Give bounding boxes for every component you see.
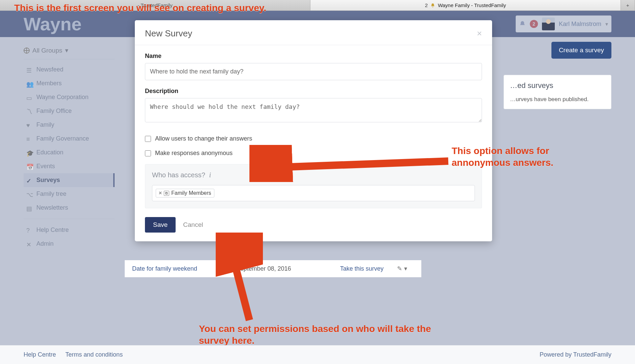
browser-tab[interactable]: - TrustedFamily: [0, 0, 310, 10]
modal-header: New Survey ×: [135, 20, 492, 45]
tag-label: Family Members: [171, 190, 211, 196]
allow-change-checkbox[interactable]: [145, 136, 151, 142]
group-icon: ⧉: [164, 191, 169, 196]
save-button[interactable]: Save: [145, 217, 176, 233]
tab-title: Wayne Family - TrustedFamily: [438, 2, 506, 8]
description-label: Description: [145, 88, 482, 95]
info-icon[interactable]: i: [209, 171, 211, 179]
footer-terms-link[interactable]: Terms and conditions: [65, 351, 123, 358]
chevron-down-icon[interactable]: ▾: [404, 265, 407, 272]
access-section: Who has access? i × ⧉ Family Members: [145, 164, 482, 208]
nav-icon: ?: [26, 227, 32, 233]
panel-text: …urveys have been published.: [510, 96, 605, 103]
footer-powered: Powered by TrustedFamily: [540, 351, 611, 358]
edit-icon[interactable]: ✎: [397, 265, 402, 272]
row-actions[interactable]: ✎ ▾: [397, 265, 414, 272]
published-surveys-panel: …ed surveys …urveys have been published.: [504, 75, 611, 109]
nav-icon: ✓: [26, 177, 32, 183]
avatar: [542, 18, 555, 30]
globe-icon: [24, 48, 30, 54]
access-tag[interactable]: × ⧉ Family Members: [156, 189, 214, 198]
nav-icon: ♥: [26, 122, 32, 128]
allow-change-label: Allow users to change their answers: [155, 135, 252, 142]
app-footer: Help Centre Terms and conditions Powered…: [0, 345, 635, 364]
cancel-button[interactable]: Cancel: [183, 221, 203, 229]
tab-title: - TrustedFamily: [138, 2, 172, 8]
new-tab-button[interactable]: +: [621, 0, 635, 10]
nav-icon: ≡: [26, 136, 32, 142]
anonymous-checkbox[interactable]: [145, 150, 151, 156]
name-label: Name: [145, 53, 482, 60]
survey-name: Date for family weekend: [132, 265, 236, 272]
description-input[interactable]: Where should we hold the next family day…: [145, 98, 482, 122]
remove-tag-icon[interactable]: ×: [159, 190, 162, 196]
browser-tab-bar: - TrustedFamily 2 Wayne Family - Trusted…: [0, 0, 635, 11]
browser-tab[interactable]: 2 Wayne Family - TrustedFamily: [310, 0, 621, 10]
create-survey-button[interactable]: Create a survey: [551, 42, 611, 59]
survey-date: September 08, 2016: [236, 265, 340, 272]
nav-icon: ⌥: [26, 191, 32, 197]
take-survey-link[interactable]: Take this survey: [340, 265, 384, 272]
nav-icon: ✕: [26, 241, 32, 247]
bell-icon: [430, 3, 435, 8]
close-icon[interactable]: ×: [477, 28, 482, 39]
access-title: Who has access? i: [152, 171, 475, 179]
nav-icon: ▭: [26, 94, 32, 100]
modal-title: New Survey: [145, 28, 192, 39]
nav-icon: 〽: [26, 108, 32, 114]
nav-icon: ☰: [26, 67, 32, 73]
footer-help-link[interactable]: Help Centre: [24, 351, 56, 358]
panel-title: …ed surveys: [510, 81, 605, 90]
nav-icon: 🎓: [26, 150, 32, 156]
tab-count: 2: [425, 2, 428, 8]
nav-icon: 👥: [26, 81, 32, 87]
nav-icon: ▤: [26, 205, 32, 211]
anonymous-label: Make responses anonymous: [155, 150, 233, 157]
access-tag-input[interactable]: × ⧉ Family Members: [152, 185, 475, 201]
name-input[interactable]: [145, 63, 482, 80]
nav-icon: 📅: [26, 163, 32, 170]
new-survey-modal: New Survey × Name Description Where shou…: [135, 20, 492, 241]
survey-row[interactable]: Date for family weekend September 08, 20…: [125, 260, 421, 277]
